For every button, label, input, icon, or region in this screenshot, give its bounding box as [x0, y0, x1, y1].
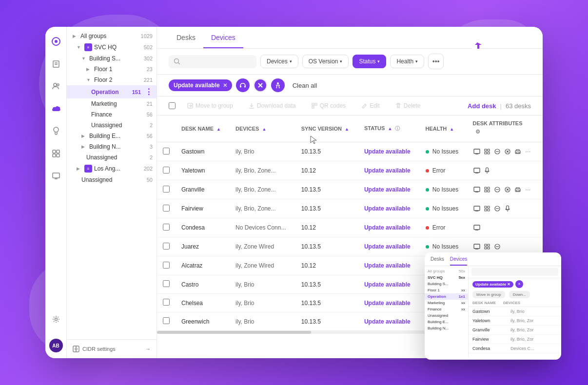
qr-codes-btn[interactable]: QR codes: [308, 100, 350, 111]
row-checkbox[interactable]: [163, 148, 170, 154]
row-checkbox[interactable]: [163, 167, 170, 173]
user-avatar[interactable]: AB: [49, 339, 63, 352]
move-to-group-btn[interactable]: Move to group: [183, 100, 237, 111]
chip-remove-icon[interactable]: ✕: [223, 82, 227, 89]
search-input[interactable]: [183, 58, 247, 65]
mini-tab-devices[interactable]: Devices: [450, 256, 468, 266]
nav-item-floor1[interactable]: ▶ Floor 1 23: [67, 64, 157, 75]
devices-filter-btn[interactable]: Devices ▾: [260, 55, 298, 68]
nav-item-los-angeles[interactable]: ▶ ≡ Los Ang... 202: [67, 163, 157, 174]
nav-item-unassigned-2[interactable]: Unassigned 2: [67, 152, 157, 163]
table-row[interactable]: Gastown ily, Brio 10.13.5 Update availab…: [157, 142, 543, 161]
tab-devices[interactable]: Devices: [203, 27, 243, 48]
health-filter-btn[interactable]: Health ▾: [390, 55, 424, 68]
row-checkbox[interactable]: [163, 262, 170, 269]
nav-item-operation[interactable]: Operation 151 ⋮: [67, 85, 157, 98]
col-label: STATUS: [364, 125, 385, 131]
delete-btn[interactable]: Delete: [392, 100, 425, 111]
nav-item-building-e[interactable]: ▶ Building E... 56: [67, 131, 157, 141]
select-all-checkbox[interactable]: [169, 102, 176, 109]
col-sync-version[interactable]: SYNC VERSION ▲: [295, 116, 358, 142]
nav-item-floor2[interactable]: ▼ Floor 2 221: [67, 75, 157, 85]
more-options-icon[interactable]: ⋮: [145, 87, 153, 96]
col-devices[interactable]: DEVICES ▲: [230, 116, 295, 142]
nav-item-building-n[interactable]: ▶ Building N... 3: [67, 141, 157, 152]
row-checkbox[interactable]: [163, 243, 170, 250]
sync-version-cell: 10.13.5: [295, 312, 358, 331]
download-data-label: Download data: [257, 102, 296, 109]
headphones-filter-icon[interactable]: [236, 78, 250, 92]
device-icon: [472, 185, 481, 194]
col-label: SYNC VERSION: [301, 126, 342, 132]
desk-attributes-cell: ···: [467, 180, 543, 199]
nav-icon-monitor[interactable]: [49, 169, 63, 183]
clean-all-button[interactable]: Clean all: [289, 80, 321, 91]
nav-icon-book[interactable]: [49, 57, 63, 71]
nav-icon-people[interactable]: [49, 79, 63, 93]
add-desk-button[interactable]: Add desk: [468, 102, 496, 110]
cidr-settings-link[interactable]: CIDR settings →: [73, 346, 151, 352]
close-filter-icon[interactable]: [254, 78, 267, 92]
nav-icon-cloud[interactable]: [49, 102, 63, 116]
devices-cell: ily, Brio, Zone...: [230, 199, 295, 218]
status-cell: Update available: [358, 256, 420, 275]
col-status[interactable]: STATUS ▲ ⓘ: [358, 116, 420, 142]
edit-btn[interactable]: Edit: [357, 100, 384, 111]
table-row[interactable]: Condesa No Devices Conn... 10.12 Update …: [157, 218, 543, 237]
row-checkbox-cell: [157, 180, 176, 199]
table-row[interactable]: Yaletown ily, Brio, Zone... 10.12 Update…: [157, 161, 543, 180]
os-version-label: OS Version: [309, 58, 338, 65]
sort-asc-icon: ▲: [216, 127, 221, 132]
os-version-filter-btn[interactable]: OS Version ▾: [302, 55, 349, 68]
nav-icon-grid[interactable]: [49, 147, 63, 160]
search-box[interactable]: [169, 55, 256, 68]
nav-icon-lightbulb[interactable]: [49, 124, 63, 138]
nav-item-marketing[interactable]: Marketing 21: [67, 98, 157, 109]
mini-tab-desks[interactable]: Desks: [431, 256, 444, 266]
mini-table-header: DESK NAME DEVICES: [469, 299, 561, 307]
chevron-icon: ▶: [81, 134, 87, 138]
nav-icon-settings[interactable]: [49, 312, 63, 326]
row-checkbox[interactable]: [163, 224, 170, 231]
row-checkbox[interactable]: [163, 317, 170, 324]
update-available-chip[interactable]: Update available ✕: [169, 79, 232, 91]
row-checkbox[interactable]: [163, 186, 170, 192]
table-row[interactable]: Granville ily, Brio, Zone... 10.13.5 Upd…: [157, 180, 543, 199]
svg-rect-39: [313, 104, 313, 105]
status-cell: Update available: [358, 180, 420, 199]
col-settings-icon[interactable]: ⚙: [472, 126, 483, 137]
svg-rect-84: [485, 209, 487, 211]
status-cell: Update available: [358, 142, 420, 161]
more-filters-btn[interactable]: •••: [428, 54, 444, 69]
nav-item-svc-hq[interactable]: ▼ ≡ SVC HQ 502: [67, 41, 157, 53]
nav-item-finance[interactable]: Finance 56: [67, 109, 157, 120]
tab-desks[interactable]: Desks: [169, 27, 203, 48]
col-desk-name[interactable]: DESK NAME ▲: [176, 116, 230, 142]
desk-count: 63 desks: [506, 102, 531, 110]
svg-point-6: [55, 40, 58, 43]
svg-rect-27: [240, 86, 241, 88]
col-health[interactable]: HEALTH ▲: [420, 116, 467, 142]
row-checkbox-cell: [157, 161, 176, 180]
nav-item-all-groups[interactable]: ▶ All groups 1029: [67, 31, 157, 41]
table-row[interactable]: Fairview ily, Brio, Zone... 10.13.5 Upda…: [157, 199, 543, 218]
nav-label: All groups: [80, 33, 106, 39]
status-filter-btn[interactable]: Status ▾: [353, 55, 386, 68]
device-icon: [472, 147, 481, 156]
svg-rect-60: [474, 168, 480, 173]
row-checkbox[interactable]: [163, 280, 170, 287]
row-checkbox[interactable]: [163, 205, 170, 212]
row-checkbox[interactable]: [163, 299, 170, 306]
nav-icon-home[interactable]: [49, 35, 63, 48]
person-filter-icon[interactable]: [271, 78, 285, 92]
nav-item-unassigned-3[interactable]: Unassigned 50: [67, 174, 157, 185]
nav-item-unassigned-1[interactable]: Unassigned 2: [67, 120, 157, 131]
svg-rect-98: [485, 247, 487, 249]
nav-count: 151: [132, 89, 141, 95]
row-checkbox-cell: [157, 142, 176, 161]
info-icon: ⓘ: [395, 126, 400, 131]
svg-rect-65: [474, 187, 480, 192]
scroll-thumb[interactable]: [157, 331, 311, 334]
nav-item-building-s[interactable]: ▼ Building S... 302: [67, 53, 157, 64]
download-data-btn[interactable]: Download data: [245, 100, 300, 111]
